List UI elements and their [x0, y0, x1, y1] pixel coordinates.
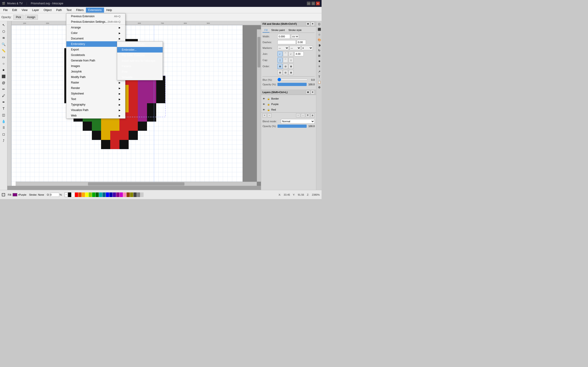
menu-raster[interactable]: Raster ▶	[66, 80, 125, 85]
menu-visualize-path[interactable]: Visualize Path ▶	[66, 107, 125, 113]
sub-print[interactable]: Print	[117, 69, 163, 75]
sub-flip-satin[interactable]: Flip Satin Columns	[117, 52, 163, 58]
dropdown-overlay: Previous Extension Alt+Q Previous Extens…	[0, 0, 321, 199]
menu-images[interactable]: Images ▶	[66, 63, 125, 69]
menu-embroidery[interactable]: Embroidery ▶ Attach Commands... Embroide…	[66, 41, 125, 47]
embroidery-submenu: Attach Commands... Embroider... Flip Sat…	[117, 41, 163, 80]
sub-params[interactable]: Params	[117, 64, 163, 69]
menu-gcodetools[interactable]: Gcodetools ▶	[66, 52, 125, 58]
menu-web[interactable]: Web ▶	[66, 113, 125, 118]
menu-generate-from-path[interactable]: Generate from Path ▶	[66, 58, 125, 63]
extensions-dropdown: Previous Extension Alt+Q Previous Extens…	[66, 13, 125, 119]
menu-prev-ext-settings[interactable]: Previous Extension Settings... Shift+Alt…	[66, 19, 125, 25]
menu-modify-path[interactable]: Modify Path ▶	[66, 74, 125, 80]
menu-typography[interactable]: Typography ▶	[66, 102, 125, 107]
prev-ext-label: Previous Extension	[71, 15, 95, 18]
sub-attach-commands[interactable]: Attach Commands...	[117, 42, 163, 47]
menu-arrange[interactable]: Arrange ▶	[66, 25, 125, 30]
menu-color[interactable]: Color ▶	[66, 30, 125, 36]
menu-prev-ext[interactable]: Previous Extension Alt+Q	[66, 14, 125, 19]
prev-ext-settings-label: Previous Extension Settings...	[71, 20, 107, 23]
prev-ext-settings-shortcut: Shift+Alt+Q	[107, 20, 120, 23]
sub-embroider[interactable]: Embroider...	[117, 47, 163, 52]
sub-simulate[interactable]: Simulate	[117, 75, 163, 80]
menu-render[interactable]: Render ▶	[66, 85, 125, 91]
prev-ext-shortcut: Alt+Q	[114, 15, 121, 18]
menu-text-ext[interactable]: Text ▶	[66, 96, 125, 102]
menu-jessyink[interactable]: JessyInk ▶	[66, 69, 125, 74]
menu-export[interactable]: Export ▶	[66, 47, 125, 52]
menu-document[interactable]: Document ▶	[66, 36, 125, 41]
menu-stylesheet[interactable]: Stylesheet ▶	[66, 91, 125, 96]
sub-install-addons[interactable]: Install add-ons for Inkscape	[117, 58, 163, 64]
